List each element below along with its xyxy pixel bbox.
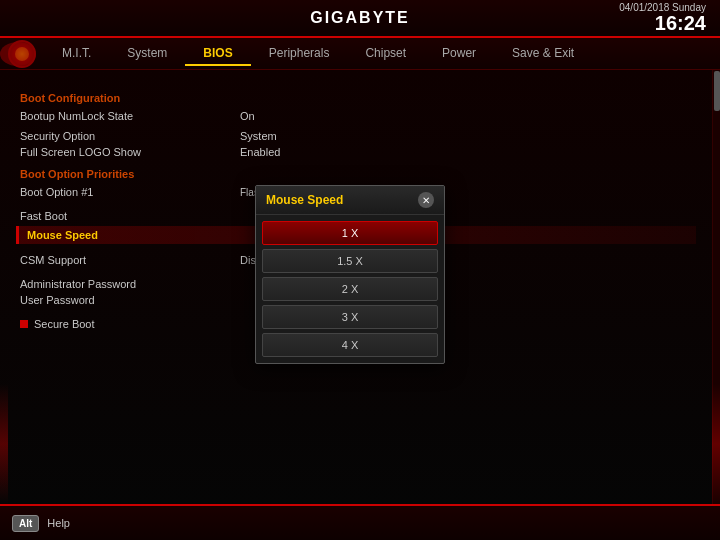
brand-logo: GIGABYTE xyxy=(310,9,410,27)
nav-peripherals[interactable]: Peripherals xyxy=(251,42,348,66)
main-area: Boot Configuration Bootup NumLock State … xyxy=(0,70,720,504)
nav-chipset[interactable]: Chipset xyxy=(347,42,424,66)
popup-close-button[interactable]: ✕ xyxy=(418,192,434,208)
speed-option-2x[interactable]: 2 X xyxy=(262,277,438,301)
alt-key: Alt xyxy=(12,515,39,532)
gigabyte-logo xyxy=(8,40,36,68)
speed-option-4x[interactable]: 4 X xyxy=(262,333,438,357)
popup-header: Mouse Speed ✕ xyxy=(256,186,444,215)
nav-save-exit[interactable]: Save & Exit xyxy=(494,42,592,66)
nav-mit[interactable]: M.I.T. xyxy=(44,42,109,66)
footer: Alt Help xyxy=(0,504,720,540)
speed-option-1-5x[interactable]: 1.5 X xyxy=(262,249,438,273)
deco-bar-right xyxy=(712,384,720,504)
nav-bios[interactable]: BIOS xyxy=(185,42,250,66)
header: GIGABYTE 04/01/2018 Sunday 16:24 xyxy=(0,0,720,38)
speed-option-1x[interactable]: 1 X xyxy=(262,221,438,245)
nav-system[interactable]: System xyxy=(109,42,185,66)
nav-power[interactable]: Power xyxy=(424,42,494,66)
scroll-thumb[interactable] xyxy=(714,71,720,111)
mouse-speed-popup: Mouse Speed ✕ 1 X 1.5 X 2 X 3 X 4 X xyxy=(255,185,445,364)
datetime-display: 04/01/2018 Sunday 16:24 xyxy=(619,2,706,34)
popup-options: 1 X 1.5 X 2 X 3 X 4 X xyxy=(256,215,444,363)
content-area: Boot Configuration Bootup NumLock State … xyxy=(0,70,712,504)
nav-items: M.I.T. System BIOS Peripherals Chipset P… xyxy=(44,42,712,66)
logo-inner xyxy=(15,47,29,61)
popup-title: Mouse Speed xyxy=(266,193,343,207)
speed-option-3x[interactable]: 3 X xyxy=(262,305,438,329)
popup-overlay: Mouse Speed ✕ 1 X 1.5 X 2 X 3 X 4 X xyxy=(0,70,712,504)
navbar: M.I.T. System BIOS Peripherals Chipset P… xyxy=(0,38,720,70)
help-label: Help xyxy=(47,517,70,529)
time-display: 16:24 xyxy=(655,12,706,34)
